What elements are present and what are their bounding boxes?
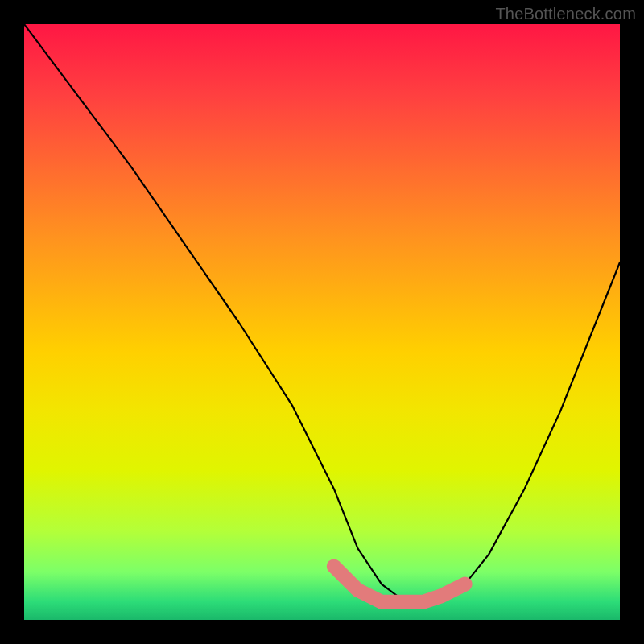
chart-frame: TheBottleneck.com bbox=[0, 0, 644, 644]
watermark-text: TheBottleneck.com bbox=[495, 5, 636, 23]
bottleneck-curve bbox=[24, 24, 620, 602]
plot-area bbox=[24, 24, 620, 620]
trough-highlight bbox=[334, 566, 465, 601]
chart-svg bbox=[24, 24, 620, 620]
